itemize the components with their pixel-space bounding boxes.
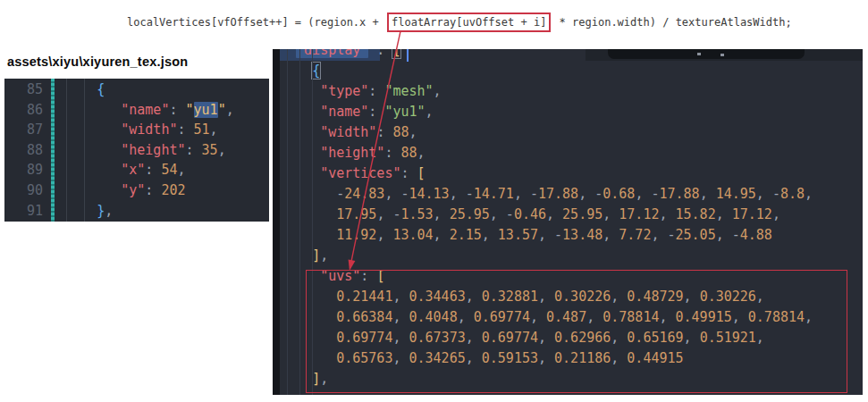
find-input[interactable] <box>608 49 805 59</box>
code-line: 91 }, <box>4 201 269 222</box>
code-line: 11.92, 13.04, 2.15, 13.57, -13.48, 7.72,… <box>280 225 863 246</box>
text-cursor <box>407 49 409 62</box>
code-line: 87 "width": 51, <box>4 120 269 140</box>
line-number: 89 <box>4 160 56 180</box>
editor-panel[interactable]: "display" : [ { "type": "mesh", "name": … <box>273 49 863 395</box>
indent-guide <box>66 79 67 222</box>
code-line: 88 "height": 35, <box>4 140 269 161</box>
code-line: "width": 88, <box>280 122 863 143</box>
line-number: 87 <box>4 120 56 140</box>
code-line: "uvs": [ <box>280 266 863 287</box>
code-text-segment: * region.width) / textureAtlasWidth; <box>552 16 791 29</box>
find-widget-cutoff[interactable] <box>586 49 863 61</box>
find-widget-glyph <box>721 54 724 56</box>
editor-gutter <box>273 49 280 395</box>
code-line: "vertices": [ <box>280 163 863 184</box>
find-widget-glyph <box>697 53 701 55</box>
indent-guide <box>312 49 313 395</box>
code-line: { <box>280 61 863 81</box>
code-line: -24.83, -14.13, -14.71, -17.88, -0.68, -… <box>280 184 863 205</box>
code-line: 86 "name": "yu1", <box>4 100 269 121</box>
line-number: 86 <box>4 100 56 121</box>
json-snippet-panel[interactable]: 85 {86 "name": "yu1",87 "width": 51,88 "… <box>4 79 269 222</box>
code-line: 85 { <box>4 80 269 100</box>
line-number: 88 <box>4 140 56 161</box>
code-line: ], <box>280 246 863 266</box>
gutter-modified-marker <box>51 79 55 222</box>
indent-guide <box>287 49 288 395</box>
code-text-segment: localVertices[vfOffset++] = (region.x + <box>127 16 385 29</box>
code-line: 90 "y": 202 <box>4 180 269 201</box>
code-line: 0.69774, 0.67373, 0.69774, 0.62966, 0.65… <box>280 328 863 348</box>
annotated-code-line: localVertices[vfOffset++] = (region.x + … <box>127 11 792 34</box>
code-line: 89 "x": 54, <box>4 160 269 180</box>
code-line: "height": 88, <box>280 143 863 163</box>
line-number: 91 <box>4 201 56 222</box>
code-line: "name": "yu1", <box>280 102 863 122</box>
code-line: 17.95, -1.53, 25.95, -0.46, 25.95, 17.12… <box>280 205 863 225</box>
code-line: ], <box>280 369 863 389</box>
indent-guide <box>299 49 300 395</box>
file-path-label: assets\xiyu\xiyuren_tex.json <box>7 54 188 69</box>
code-line: 0.66384, 0.4048, 0.69774, 0.487, 0.78814… <box>280 307 863 328</box>
highlighted-code-box: floatArray[uvOffset + i] <box>387 13 551 32</box>
code-line: 0.65763, 0.34265, 0.59153, 0.21186, 0.44… <box>280 348 863 369</box>
line-number: 85 <box>4 80 56 100</box>
code-lines: 85 {86 "name": "yu1",87 "width": 51,88 "… <box>4 80 269 221</box>
line-number: 90 <box>4 180 56 201</box>
indent-guide <box>84 79 85 222</box>
code-line: 0.21441, 0.34463, 0.32881, 0.30226, 0.48… <box>280 287 863 307</box>
code-line: "type": "mesh", <box>280 81 863 102</box>
code-lines: "display" : [ { "type": "mesh", "name": … <box>280 49 863 389</box>
